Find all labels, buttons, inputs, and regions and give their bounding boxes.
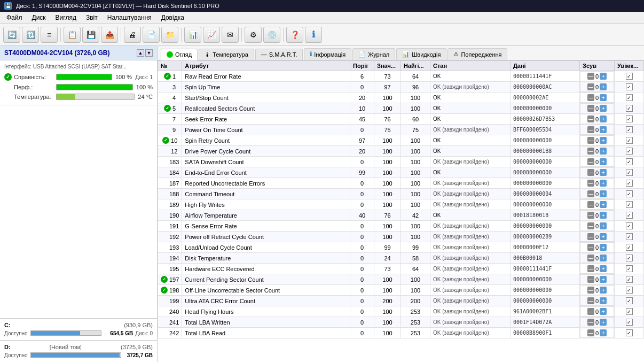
table-row[interactable]: 4 Start/Stop Count 20 100 100 OK 0000000… [158,93,644,103]
table-row[interactable]: 12 Drive Power Cycle Count 20 100 100 OK… [158,146,644,157]
plus-btn[interactable]: + [600,73,607,80]
table-row[interactable]: 189 High Fly Writes 0 100 100 OK (завжди… [158,199,644,210]
tab-quicktest[interactable]: 📊 Швидкодія [396,48,446,60]
btn-report1[interactable]: 📊 [184,27,201,43]
cell-enabled[interactable] [615,296,644,306]
btn-print2[interactable]: 📄 [143,27,160,43]
minus-btn[interactable]: — [587,244,594,251]
btn-report2[interactable]: 📈 [203,27,220,43]
table-row[interactable]: 199 Ultra ATA CRC Error Count 0 200 200 … [158,296,644,306]
minus-btn[interactable]: — [587,158,594,165]
minus-btn[interactable]: — [587,297,594,304]
minus-btn[interactable]: — [587,222,594,229]
cell-enabled[interactable] [615,114,644,125]
btn-send[interactable]: 📤 [101,27,118,43]
minus-btn[interactable]: — [587,148,594,155]
table-row[interactable]: 194 Disk Temperature 0 24 58 OK (завжди … [158,253,644,264]
plus-btn[interactable]: + [600,115,607,122]
plus-btn[interactable]: + [600,126,607,133]
enable-checkbox[interactable] [626,180,633,187]
minus-btn[interactable]: — [587,94,594,101]
tab-overview[interactable]: Огляд [161,49,198,60]
cell-enabled[interactable] [615,71,644,82]
minus-btn[interactable]: — [587,265,594,272]
cell-enabled[interactable] [615,253,644,264]
enable-checkbox[interactable] [626,222,633,229]
menu-view[interactable]: Вигляд [51,13,81,22]
plus-btn[interactable]: + [600,190,607,197]
plus-btn[interactable]: + [600,319,607,326]
enable-checkbox[interactable] [626,94,633,101]
enable-checkbox[interactable] [626,148,633,155]
tab-temperature[interactable]: 🌡 Температура [199,49,254,60]
btn-print[interactable]: 🖨 [124,27,141,43]
enable-checkbox[interactable] [626,287,633,294]
cell-enabled[interactable] [615,242,644,253]
enable-checkbox[interactable] [626,329,633,336]
minus-btn[interactable]: — [587,329,594,336]
minus-btn[interactable]: — [587,308,594,315]
enable-checkbox[interactable] [626,233,633,240]
smart-table-container[interactable]: № Атрибут Поріг Знач... Найгі... Стан Да… [158,60,644,362]
minus-btn[interactable]: — [587,83,594,90]
minus-btn[interactable]: — [587,212,594,219]
plus-btn[interactable]: + [600,169,607,176]
table-row[interactable]: ✓ 197 Current Pending Sector Count 0 100… [158,274,644,285]
btn-menu2[interactable]: ≡ [41,27,58,43]
minus-btn[interactable]: — [587,105,594,112]
table-row[interactable]: ✓ 198 Off-Line Uncorrectable Sector Coun… [158,285,644,296]
table-row[interactable]: 193 Load/Unload Cycle Count 0 99 99 OK (… [158,242,644,253]
enable-checkbox[interactable] [626,265,633,272]
plus-btn[interactable]: + [600,222,607,229]
btn-refresh[interactable]: 🔄 [3,27,20,43]
cell-enabled[interactable] [615,103,644,114]
cell-enabled[interactable] [615,199,644,210]
btn-rescan[interactable]: 🔃 [22,27,39,43]
minus-btn[interactable]: — [587,233,594,240]
minus-btn[interactable]: — [587,276,594,283]
btn-info[interactable]: ℹ [305,27,322,43]
menu-report[interactable]: Звіт [82,13,102,22]
cell-enabled[interactable] [615,306,644,317]
table-row[interactable]: 192 Power off Retract Cycle Count 0 100 … [158,232,644,242]
table-row[interactable]: 240 Head Flying Hours 0 100 253 OK (завж… [158,306,644,317]
minus-btn[interactable]: — [587,190,594,197]
cell-enabled[interactable] [615,146,644,157]
table-row[interactable]: 184 End-to-End Error Count 99 100 100 OK… [158,167,644,178]
table-row[interactable]: 187 Reported Uncorrectable Errors 0 100 … [158,178,644,189]
enable-checkbox[interactable] [626,190,633,197]
table-row[interactable]: 190 Airflow Temperature 40 76 42 OK 0001… [158,210,644,221]
plus-btn[interactable]: + [600,201,607,208]
enable-checkbox[interactable] [626,137,633,144]
minus-btn[interactable]: — [587,255,594,261]
cell-enabled[interactable] [615,210,644,221]
enable-checkbox[interactable] [626,319,633,326]
enable-checkbox[interactable] [626,201,633,208]
enable-checkbox[interactable] [626,126,633,133]
plus-btn[interactable]: + [600,158,607,165]
cell-enabled[interactable] [615,167,644,178]
cell-enabled[interactable] [615,317,644,328]
cell-enabled[interactable] [615,274,644,285]
plus-btn[interactable]: + [600,276,607,283]
enable-checkbox[interactable] [626,158,633,165]
enable-checkbox[interactable] [626,105,633,112]
tab-warning[interactable]: ⚠ Попередження [447,48,507,60]
table-row[interactable]: 242 Total LBA Read 0 100 253 OK (завжди … [158,328,644,338]
menu-disk[interactable]: Диск [28,13,50,22]
enable-checkbox[interactable] [626,212,633,219]
tab-journal[interactable]: 📄 Журнал [352,48,395,60]
enable-checkbox[interactable] [626,115,633,122]
table-row[interactable]: 3 Spin Up Time 0 97 96 OK (завжди пройде… [158,82,644,93]
minus-btn[interactable]: — [587,73,594,80]
cell-enabled[interactable] [615,93,644,103]
plus-btn[interactable]: + [600,255,607,261]
tab-smart[interactable]: — S.M.A.R.T. [255,49,303,60]
plus-btn[interactable]: + [600,180,607,187]
table-row[interactable]: 9 Power On Time Count 0 75 75 OK (завжди… [158,125,644,135]
scroll-up-btn[interactable]: ▲ [137,49,144,57]
btn-help[interactable]: ❓ [286,27,303,43]
menu-help[interactable]: Довідка [157,13,189,22]
menu-settings[interactable]: Налаштування [103,13,156,22]
plus-btn[interactable]: + [600,83,607,90]
